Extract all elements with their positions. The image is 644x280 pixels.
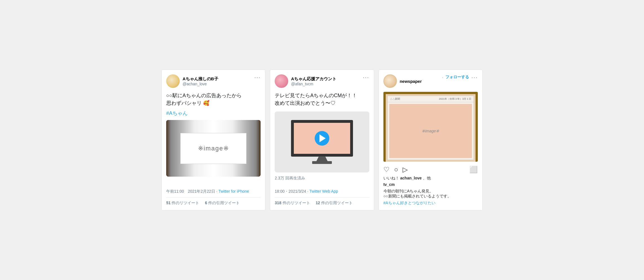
caption-username[interactable]: tv_cm	[383, 182, 395, 187]
newspaper-date: 2021年（令和３年）3月１日	[439, 97, 471, 101]
image-overlay-1: ※image※	[166, 120, 261, 177]
source-link-2[interactable]: Twitter Web App	[309, 189, 338, 194]
twitter-card-2: Aちゃん応援アカウント @afan_tvcm ··· テレビ見てたらAちゃんのC…	[270, 70, 374, 210]
tv-screen-inner	[294, 123, 350, 154]
view-count-2: 2.3万 回再生済み	[275, 176, 369, 181]
card-header-left-3: newspaper	[383, 74, 422, 88]
retweets-label-1: 件のリツイート	[172, 201, 199, 205]
username-1: @achan_love	[183, 82, 218, 86]
insta-actions-left: ♡ ○ ▷	[383, 166, 408, 174]
quotes-label-1: 件の引用ツイート	[208, 201, 240, 205]
tv-stand	[316, 157, 328, 161]
stats-row-1: 51 件のリツイート 6 件の引用ツイート	[166, 201, 261, 206]
tv-base	[312, 161, 332, 164]
username-2: @afan_tvcm	[291, 82, 336, 86]
retweets-stat-2: 318 件のリツイート	[275, 201, 310, 206]
dot-separator: ·	[442, 75, 443, 79]
tweet-text-2: テレビ見てたらAちゃんのCMが！！ 改めて出演おめでとう〜♡	[275, 92, 369, 107]
insta-actions: ♡ ○ ▷ ⬜	[383, 166, 478, 174]
share-icon[interactable]: ▷	[403, 166, 408, 174]
tweet-image-1: ※image※	[166, 120, 261, 177]
card-header-left-2: Aちゃん応援アカウント @afan_tvcm	[275, 74, 336, 88]
avatar-1	[166, 74, 180, 88]
tv-screen	[291, 120, 353, 157]
display-name-2: Aちゃん応援アカウント	[291, 76, 336, 82]
avatar-3	[383, 74, 397, 88]
card-header-3: newspaper · フォローする ···	[383, 74, 478, 88]
station-billboard: ※image※	[180, 133, 247, 164]
user-info-2: Aちゃん応援アカウント @afan_tvcm	[291, 76, 336, 86]
retweets-label-2: 件のリツイート	[283, 201, 310, 205]
bookmark-icon[interactable]: ⬜	[469, 166, 478, 174]
comment-icon[interactable]: ○	[394, 166, 398, 174]
instagram-card-3: newspaper · フォローする ··· △△新聞 2021年（令和３年）3…	[379, 70, 483, 210]
quotes-label-2: 件の引用ツイート	[321, 201, 353, 205]
newspaper-header-row: △△新聞 2021年（令和３年）3月１日	[388, 96, 474, 102]
newspaper-image-label: ※image※	[422, 129, 439, 133]
likes-others: 、他	[423, 176, 431, 180]
divider-1	[166, 197, 261, 198]
display-name-1: Aちゃん推しのB子	[183, 76, 218, 82]
card-header-left-1: Aちゃん推しのB子 @achan_love	[166, 74, 218, 88]
quotes-stat-2: 12 件の引用ツイート	[316, 201, 353, 206]
caption-row: tv_cm	[383, 182, 478, 187]
newspaper-name: △△新聞	[390, 97, 400, 101]
retweets-stat-1: 51 件のリツイート	[166, 201, 199, 206]
cards-container: Aちゃん推しのB子 @achan_love ··· ○○駅にAちゃんの広告あった…	[161, 70, 483, 210]
tweet-text-1: ○○駅にAちゃんの広告あったから 思わずパシャリ 🥰	[166, 92, 261, 107]
likes-label: いいね！	[383, 176, 400, 180]
twitter-card-1: Aちゃん推しのB子 @achan_love ··· ○○駅にAちゃんの広告あった…	[161, 70, 265, 210]
time-text-1: 午前11:00 2021年2月22日	[166, 189, 215, 194]
timestamp-2: 18:00・2021/3/24 · Twitter Web App	[275, 189, 369, 194]
newspaper-image-3: △△新聞 2021年（令和３年）3月１日 ※image※	[383, 92, 478, 161]
play-triangle-icon	[319, 134, 326, 142]
insta-header-right: · フォローする ···	[442, 74, 478, 80]
play-button[interactable]	[315, 131, 329, 146]
insta-hashtag[interactable]: #Aちゃん好きとつながりたい	[383, 201, 478, 206]
image-label-1: ※image※	[198, 145, 229, 152]
hashtag-1[interactable]: #Aちゃん	[166, 110, 261, 117]
station-image-1: ※image※	[166, 120, 261, 177]
quotes-stat-1: 6 件の引用ツイート	[205, 201, 240, 206]
user-info-3: newspaper	[400, 79, 422, 84]
card-header-2: Aちゃん応援アカウント @afan_tvcm ···	[275, 74, 369, 88]
likes-user: achan_love	[400, 176, 422, 180]
time-text-2: 18:00・2021/3/24	[275, 189, 306, 194]
timestamp-1: 午前11:00 2021年2月22日 · Twitter for iPhone	[166, 189, 261, 194]
display-name-3: newspaper	[400, 79, 422, 84]
card-header-1: Aちゃん推しのB子 @achan_love ···	[166, 74, 261, 88]
video-thumbnail-2[interactable]	[275, 112, 369, 172]
retweets-count-2: 318	[275, 201, 281, 205]
retweets-count-1: 51	[166, 201, 171, 205]
divider-2	[275, 197, 369, 198]
newspaper-page: △△新聞 2021年（令和３年）3月１日 ※image※	[387, 96, 474, 160]
caption-text: 今朝の朝刊にAちゃん発見。 ○○新聞にも掲載されているようです。	[383, 189, 478, 199]
more-button-1[interactable]: ···	[254, 74, 261, 80]
heart-icon[interactable]: ♡	[383, 166, 390, 174]
likes-row: いいね！ achan_love 、他	[383, 176, 478, 181]
tv-monitor	[291, 120, 353, 164]
avatar-2	[275, 74, 288, 88]
source-link-1[interactable]: Twitter for iPhone	[218, 189, 249, 194]
stats-row-2: 318 件のリツイート 12 件の引用ツイート	[275, 201, 369, 206]
quotes-count-1: 6	[205, 201, 207, 205]
user-info-1: Aちゃん推しのB子 @achan_love	[183, 76, 218, 86]
newspaper-content: ※image※	[389, 104, 472, 158]
quotes-count-2: 12	[316, 201, 320, 205]
more-button-3[interactable]: ···	[471, 74, 478, 80]
follow-button[interactable]: フォローする	[445, 75, 469, 80]
newspaper-inner: △△新聞 2021年（令和３年）3月１日 ※image※	[386, 94, 476, 161]
more-button-2[interactable]: ···	[363, 74, 369, 80]
